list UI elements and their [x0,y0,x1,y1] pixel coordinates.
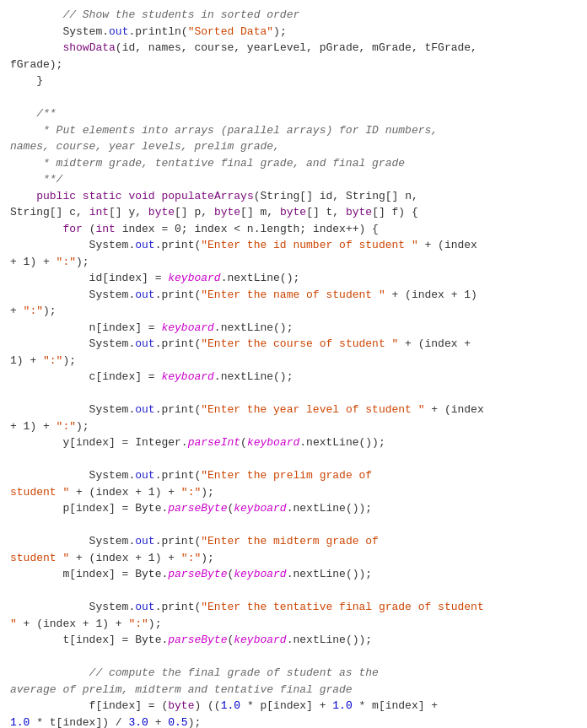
line-18: System.out.print("Enter the name of stud… [0,287,587,304]
line-22: 1) + ":"); [0,353,587,369]
line-21: System.out.print("Enter the course of st… [0,336,587,353]
line-32 [0,517,587,534]
line-30: student " + (index + 1) + ":"); [0,484,587,501]
line-43: f[index] = (byte) ((1.0 * p[index] + 1.0… [0,698,587,715]
line-10: * midterm grade, tentative final grade, … [0,155,587,172]
line-4: fGrade); [0,57,587,73]
line-35: m[index] = Byte.parseByte(keyboard.nextL… [0,566,587,583]
line-31: p[index] = Byte.parseByte(keyboard.nextL… [0,500,587,517]
line-25: System.out.print("Enter the year level o… [0,402,587,418]
line-26: + 1) + ":"); [0,418,587,435]
line-36 [0,583,587,600]
line-41: // compute the final grade of student as… [0,665,587,682]
line-15: System.out.print("Enter the id number of… [0,237,587,254]
line-40 [0,649,587,666]
line-13: String[] c, int[] y, byte[] p, byte[] m,… [0,204,587,221]
line-6 [0,89,587,106]
line-8: * Put elements into arrays (parallel arr… [0,122,587,139]
line-28 [0,451,587,468]
line-29: System.out.print("Enter the prelim grade… [0,467,587,484]
line-14: for (int index = 0; index < n.length; in… [0,221,587,238]
line-16: + 1) + ":"); [0,254,587,271]
line-12: public static void populateArrays(String… [0,188,587,205]
line-44: 1.0 * t[index]) / 3.0 + 0.5); [0,715,587,729]
line-23: c[index] = keyboard.nextLine(); [0,369,587,386]
line-39: t[index] = Byte.parseByte(keyboard.nextL… [0,632,587,649]
code-editor: // Show the students in sorted order Sys… [0,0,587,728]
line-38: " + (index + 1) + ":"); [0,616,587,633]
line-1: // Show the students in sorted order [0,7,587,24]
line-7: /** [0,105,587,122]
line-17: id[index] = keyboard.nextLine(); [0,270,587,287]
line-2: System.out.println("Sorted Data"); [0,24,587,40]
line-3: showData(id, names, course, yearLevel, p… [0,40,587,57]
line-20: n[index] = keyboard.nextLine(); [0,320,587,337]
line-24 [0,386,587,402]
line-37: System.out.print("Enter the tentative fi… [0,599,587,616]
line-19: + ":"); [0,303,587,320]
line-42: average of prelim, midterm and tentative… [0,682,587,698]
line-34: student " + (index + 1) + ":"); [0,550,587,567]
line-9: names, course, year levels, prelim grade… [0,138,587,155]
line-11: **/ [0,171,587,188]
comment-show-sorted: // Show the students in sorted order [10,8,299,21]
line-27: y[index] = Integer.parseInt(keyboard.nex… [0,434,587,451]
line-33: System.out.print("Enter the midterm grad… [0,533,587,550]
line-5: } [0,73,587,89]
